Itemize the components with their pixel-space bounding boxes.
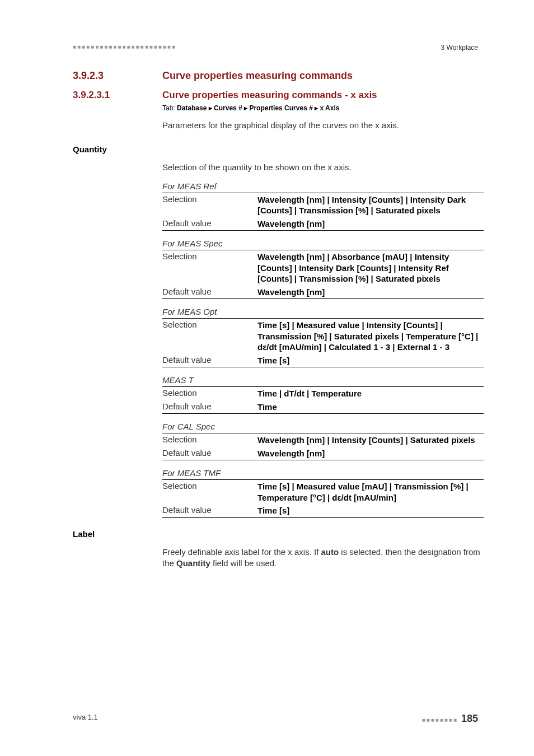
footer-left: viva 1.1 bbox=[73, 713, 98, 725]
group-caption: For MEAS TMF bbox=[162, 468, 484, 479]
label-bold-quantity: Quantity bbox=[176, 558, 210, 568]
property-value: Time [s] bbox=[257, 355, 484, 366]
property-value: Time bbox=[257, 402, 484, 413]
property-group: For MEAS SpecSelectionWavelength [nm] | … bbox=[162, 239, 484, 299]
label-heading: Label bbox=[73, 529, 484, 539]
divider bbox=[162, 460, 484, 460]
section-number: 3.9.2.3 bbox=[73, 70, 162, 82]
label-paragraph: Freely definable axis label for the x ax… bbox=[162, 547, 484, 570]
tab-text: Database ▸ Curves # ▸ Properties Curves … bbox=[177, 104, 339, 112]
header-dots: ■■■■■■■■■■■■■■■■■■■■■■■ bbox=[73, 44, 484, 50]
property-value: Wavelength [nm] | Intensity [Counts] | S… bbox=[257, 435, 484, 446]
divider bbox=[162, 517, 484, 518]
property-value: Time [s] | Measured value | Intensity [C… bbox=[257, 320, 484, 353]
subsection-number: 3.9.2.3.1 bbox=[73, 90, 162, 101]
property-row: SelectionWavelength [nm] | Intensity [Co… bbox=[162, 193, 484, 217]
quantity-heading: Quantity bbox=[73, 144, 484, 154]
property-value: Wavelength [nm] bbox=[257, 287, 484, 298]
property-row: SelectionTime | dT/dt | Temperature bbox=[162, 387, 484, 400]
subsection-title: Curve properties measuring commands - x … bbox=[162, 90, 377, 101]
property-group: For MEAS OptSelectionTime [s] | Measured… bbox=[162, 307, 484, 367]
property-row: Default valueTime [s] bbox=[162, 354, 484, 367]
property-value: Wavelength [nm] bbox=[257, 218, 484, 230]
property-row: Default valueTime [s] bbox=[162, 504, 484, 517]
property-label: Default value bbox=[162, 218, 257, 230]
property-value: Time [s] bbox=[257, 505, 484, 516]
group-caption: MEAS T bbox=[162, 375, 484, 386]
property-label: Default value bbox=[162, 402, 257, 413]
page-number: 185 bbox=[461, 713, 478, 724]
tab-path: Tab: Database ▸ Curves # ▸ Properties Cu… bbox=[162, 104, 484, 112]
group-caption: For MEAS Spec bbox=[162, 239, 484, 250]
group-caption: For CAL Spec bbox=[162, 422, 484, 433]
property-group: MEAS TSelectionTime | dT/dt | Temperatur… bbox=[162, 375, 484, 414]
property-value: Wavelength [nm] | Absorbance [mAU] | Int… bbox=[257, 251, 484, 284]
property-label: Selection bbox=[162, 194, 257, 216]
quantity-desc: Selection of the quantity to be shown on… bbox=[162, 162, 484, 173]
label-bold-auto: auto bbox=[321, 547, 339, 557]
label-text-pre: Freely definable axis label for the x ax… bbox=[162, 547, 321, 557]
label-text-post: field will be used. bbox=[210, 558, 277, 568]
divider bbox=[162, 298, 484, 299]
page-footer: viva 1.1 ■■■■■■■■185 bbox=[73, 713, 478, 725]
chapter-indicator: 3 Workplace bbox=[441, 44, 478, 52]
property-label: Default value bbox=[162, 505, 257, 516]
property-row: SelectionWavelength [nm] | Intensity [Co… bbox=[162, 433, 484, 447]
property-group: For MEAS TMFSelectionTime [s] | Measured… bbox=[162, 468, 484, 518]
property-label: Default value bbox=[162, 287, 257, 298]
property-row: Default valueTime bbox=[162, 400, 484, 414]
property-row: SelectionTime [s] | Measured value [mAU]… bbox=[162, 480, 484, 504]
group-caption: For MEAS Ref bbox=[162, 181, 484, 193]
property-value: Time [s] | Measured value [mAU] | Transm… bbox=[257, 481, 484, 503]
property-label: Selection bbox=[162, 251, 257, 284]
property-row: SelectionWavelength [nm] | Absorbance [m… bbox=[162, 250, 484, 286]
footer-right: ■■■■■■■■185 bbox=[422, 713, 478, 725]
section-heading: 3.9.2.3 Curve properties measuring comma… bbox=[73, 70, 484, 82]
property-group: For MEAS RefSelectionWavelength [nm] | I… bbox=[162, 181, 484, 231]
property-label: Selection bbox=[162, 388, 257, 399]
divider bbox=[162, 230, 484, 231]
property-label: Default value bbox=[162, 355, 257, 366]
property-group: For CAL SpecSelectionWavelength [nm] | I… bbox=[162, 422, 484, 460]
property-row: Default valueWavelength [nm] bbox=[162, 286, 484, 299]
property-row: SelectionTime [s] | Measured value | Int… bbox=[162, 319, 484, 354]
property-label: Selection bbox=[162, 320, 257, 353]
tab-prefix: Tab: bbox=[162, 104, 175, 112]
subsection-heading: 3.9.2.3.1 Curve properties measuring com… bbox=[73, 90, 484, 101]
property-row: Default valueWavelength [nm] bbox=[162, 447, 484, 460]
divider bbox=[162, 367, 484, 367]
property-row: Default valueWavelength [nm] bbox=[162, 217, 484, 231]
property-value: Time | dT/dt | Temperature bbox=[257, 388, 484, 399]
intro-paragraph: Parameters for the graphical display of … bbox=[162, 120, 484, 131]
section-title: Curve properties measuring commands bbox=[162, 70, 353, 82]
property-label: Default value bbox=[162, 448, 257, 459]
property-label: Selection bbox=[162, 481, 257, 503]
property-label: Selection bbox=[162, 435, 257, 446]
divider bbox=[162, 413, 484, 414]
property-value: Wavelength [nm] | Intensity [Counts] | I… bbox=[257, 194, 484, 216]
footer-dots: ■■■■■■■■ bbox=[422, 717, 458, 723]
group-caption: For MEAS Opt bbox=[162, 307, 484, 318]
property-value: Wavelength [nm] bbox=[257, 448, 484, 459]
